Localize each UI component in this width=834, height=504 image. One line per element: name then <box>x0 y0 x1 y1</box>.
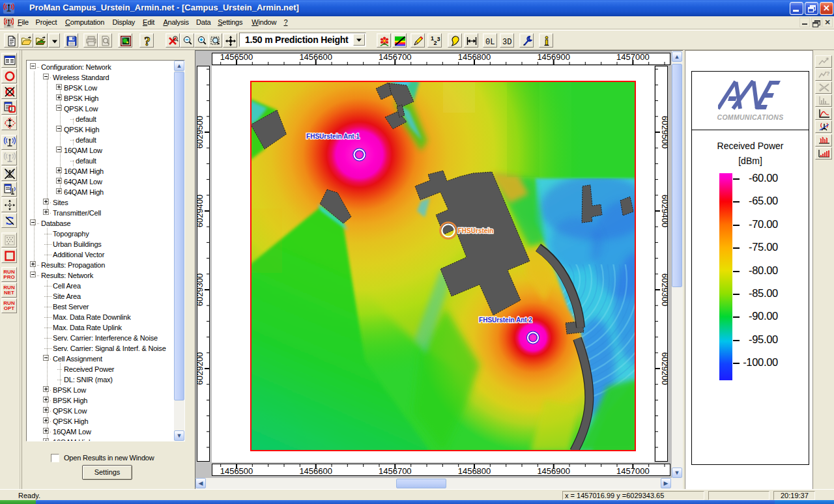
svg-text:1456800: 1456800 <box>458 53 491 62</box>
svg-text:6029400: 6029400 <box>197 195 205 228</box>
svg-text:1456600: 1456600 <box>299 466 332 476</box>
svg-text:1456700: 1456700 <box>379 466 412 476</box>
svg-text:?: ? <box>826 70 830 77</box>
svg-text:1456500: 1456500 <box>220 53 253 62</box>
svg-text:6029300: 6029300 <box>660 273 668 307</box>
svg-text:1457000: 1457000 <box>616 466 650 476</box>
svg-text:6029500: 6029500 <box>197 116 205 149</box>
svg-text:FHSUrstein: FHSUrstein <box>458 227 493 234</box>
svg-text:1456800: 1456800 <box>458 466 491 476</box>
svg-text:6029300: 6029300 <box>197 273 205 307</box>
svg-text:1456600: 1456600 <box>299 53 332 62</box>
svg-text:FHSUrstein Ant 2: FHSUrstein Ant 2 <box>479 316 532 324</box>
svg-text:6029500: 6029500 <box>660 116 668 149</box>
svg-text:1456900: 1456900 <box>537 53 570 62</box>
svg-text:6029400: 6029400 <box>660 195 668 228</box>
svg-text:1457000: 1457000 <box>616 53 650 62</box>
svg-text:6029200: 6029200 <box>197 352 205 385</box>
svg-text:3: 3 <box>437 36 440 42</box>
svg-text:?: ? <box>144 35 151 47</box>
svg-text:0L: 0L <box>485 38 495 47</box>
svg-text:1456500: 1456500 <box>220 466 253 476</box>
svg-text:3D: 3D <box>502 38 511 47</box>
svg-text:1456900: 1456900 <box>537 466 570 476</box>
svg-text:6029200: 6029200 <box>660 352 668 385</box>
svg-text:1456700: 1456700 <box>379 53 412 62</box>
svg-text:FHSUrstein Ant 1: FHSUrstein Ant 1 <box>306 133 360 140</box>
